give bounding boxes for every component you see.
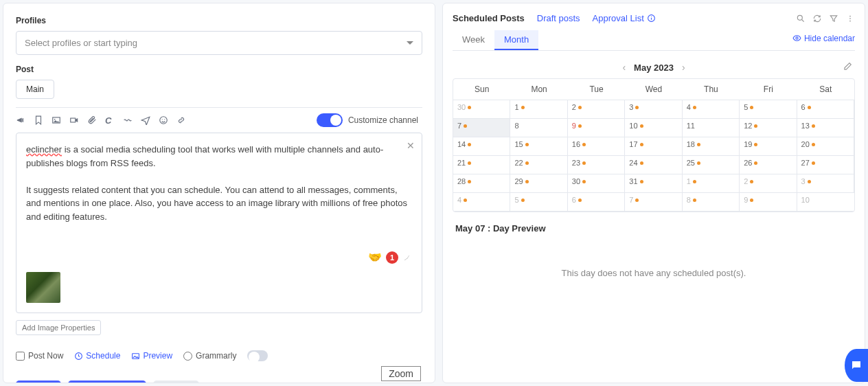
calendar-cell[interactable]: 27 <box>797 156 854 174</box>
event-dot-icon <box>693 180 696 183</box>
calendar-cell[interactable]: 5 <box>740 100 797 119</box>
svg-rect-2 <box>71 118 76 122</box>
edit-icon[interactable] <box>843 62 852 73</box>
add-image-properties-button[interactable]: Add Image Properties <box>16 320 101 335</box>
filter-icon[interactable] <box>829 14 838 23</box>
calendar-cell[interactable]: 6 <box>568 193 625 212</box>
calendar-cell[interactable]: 23 <box>568 156 625 174</box>
attached-image-thumb[interactable] <box>26 272 60 303</box>
calendar-cell[interactable]: 1 <box>510 100 567 119</box>
video-icon[interactable] <box>69 115 79 125</box>
calendar-cell[interactable]: 15 <box>510 137 567 156</box>
event-dot-icon <box>578 198 582 202</box>
view-tab-week[interactable]: Week <box>453 30 494 50</box>
error-badge[interactable]: 1 <box>386 251 398 264</box>
calendar-cell[interactable]: 10 <box>797 193 854 212</box>
calendar-cell[interactable]: 7 <box>625 193 682 212</box>
calendar-cell[interactable]: 25 <box>683 156 740 174</box>
calendar-cell[interactable]: 31 <box>625 174 682 193</box>
calendar-cell[interactable]: 4 <box>453 193 510 212</box>
emoji-icon[interactable] <box>159 115 168 125</box>
image-icon[interactable] <box>52 115 61 125</box>
tab-draft-posts[interactable]: Draft posts <box>537 13 580 23</box>
customize-label: Customize channel <box>348 115 418 125</box>
event-dot-icon <box>468 180 471 183</box>
event-dot-icon <box>693 198 696 202</box>
calendar-cell[interactable]: 4 <box>683 100 740 119</box>
post-now-option[interactable]: Post Now <box>16 351 63 361</box>
more-icon[interactable] <box>845 14 855 23</box>
calendar-cell[interactable]: 2 <box>740 174 797 193</box>
bookmark-icon[interactable] <box>34 115 43 125</box>
chat-widget[interactable] <box>845 349 868 382</box>
profiles-placeholder: Select profiles or start typing <box>25 38 137 48</box>
calendar-cell[interactable]: 24 <box>625 156 682 174</box>
calendar-cell[interactable]: 8 <box>510 119 567 137</box>
svg-point-3 <box>160 117 168 124</box>
prev-month-button[interactable]: ‹ <box>614 62 634 73</box>
resize-handle[interactable]: ⟋ <box>402 252 412 263</box>
wave-icon[interactable] <box>123 115 133 125</box>
close-icon[interactable]: ✕ <box>407 140 415 151</box>
send-icon[interactable] <box>141 115 150 125</box>
grammarly-toggle[interactable] <box>247 350 268 361</box>
search-icon[interactable] <box>796 14 806 23</box>
canva-icon[interactable]: C <box>105 115 115 125</box>
calendar-cell[interactable]: 3 <box>797 174 854 193</box>
attachment-icon[interactable] <box>87 115 97 125</box>
tab-main[interactable]: Main <box>16 80 54 99</box>
calendar-cell[interactable]: 30 <box>568 174 625 193</box>
calendar-cell[interactable]: 8 <box>683 193 740 212</box>
more-options-button[interactable]: More Options <box>68 381 146 383</box>
customize-toggle[interactable] <box>317 113 343 127</box>
refresh-icon[interactable] <box>812 14 822 23</box>
save-button[interactable]: Save <box>16 381 61 383</box>
calendar-cell[interactable]: 22 <box>510 156 567 174</box>
calendar-cell[interactable]: 30 <box>453 100 510 119</box>
next-month-button[interactable]: › <box>674 62 694 73</box>
svg-point-13 <box>796 37 798 39</box>
calendar-cell[interactable]: 14 <box>453 137 510 156</box>
calendar-cell[interactable]: 18 <box>683 137 740 156</box>
calendar-cell[interactable]: 10 <box>625 119 682 137</box>
calendar-cell[interactable]: 2 <box>568 100 625 119</box>
calendar-cell[interactable]: 7 <box>453 119 510 137</box>
post-editor[interactable]: ✕ eclincher is a social media scheduling… <box>16 133 422 313</box>
editor-content[interactable]: eclincher is a social media scheduling t… <box>26 143 412 223</box>
preview-option[interactable]: Preview <box>131 351 172 361</box>
link-icon[interactable] <box>176 115 186 125</box>
calendar-cell[interactable]: 26 <box>740 156 797 174</box>
calendar-cell[interactable]: 12 <box>740 119 797 137</box>
calendar-cell[interactable]: 28 <box>453 174 510 193</box>
month-title: May 2023 <box>634 63 674 73</box>
calendar-cell[interactable]: 11 <box>683 119 740 137</box>
calendar-cell[interactable]: 13 <box>797 119 854 137</box>
calendar-cell[interactable]: 17 <box>625 137 682 156</box>
profiles-label: Profiles <box>16 16 422 25</box>
svg-point-12 <box>849 20 851 21</box>
clear-button[interactable]: Clear <box>153 381 199 383</box>
calendar-cell[interactable]: 5 <box>510 193 567 212</box>
calendar-day-header: Mon <box>510 79 567 100</box>
calendar-cell[interactable]: 29 <box>510 174 567 193</box>
calendar-cell[interactable]: 19 <box>740 137 797 156</box>
calendar-cell[interactable]: 16 <box>568 137 625 156</box>
calendar-cell[interactable]: 1 <box>683 174 740 193</box>
tab-scheduled-posts[interactable]: Scheduled Posts <box>453 13 525 23</box>
profiles-dropdown[interactable]: Select profiles or start typing <box>16 31 422 55</box>
calendar-day-header: Sun <box>453 79 510 100</box>
hide-calendar-link[interactable]: Hide calendar <box>792 34 855 47</box>
zoom-indicator[interactable]: Zoom <box>381 366 421 381</box>
calendar-cell[interactable]: 9 <box>740 193 797 212</box>
event-dot-icon <box>754 143 757 146</box>
calendar-cell[interactable]: 21 <box>453 156 510 174</box>
calendar-cell[interactable]: 20 <box>797 137 854 156</box>
tab-approval-list[interactable]: Approval List <box>593 13 656 23</box>
view-tab-month[interactable]: Month <box>494 30 538 50</box>
megaphone-icon[interactable] <box>16 115 25 125</box>
calendar-cell[interactable]: 9 <box>568 119 625 137</box>
schedule-option[interactable]: Schedule <box>74 351 120 361</box>
calendar-cell[interactable]: 6 <box>797 100 854 119</box>
grammarly-option[interactable]: Grammarly <box>183 351 236 361</box>
calendar-cell[interactable]: 3 <box>625 100 682 119</box>
